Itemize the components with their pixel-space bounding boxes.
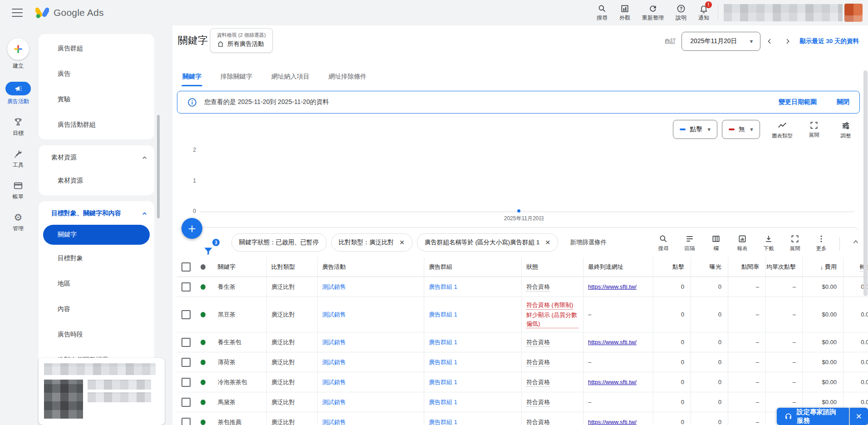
sidenav-item-廣告[interactable]: 廣告: [39, 61, 154, 87]
show-last-30-days-link[interactable]: 顯示最近 30 天的資料: [799, 37, 859, 45]
column-header-比對類型[interactable]: 比對類型: [266, 257, 317, 277]
row-checkbox[interactable]: [181, 378, 191, 387]
tab-排除關鍵字[interactable]: 排除關鍵字: [221, 73, 252, 86]
table-tool-download[interactable]: 下載: [761, 234, 776, 252]
google-ads-logo[interactable]: Google Ads: [35, 6, 104, 19]
table-tool-more[interactable]: 更多: [814, 234, 829, 252]
rail-item-create[interactable]: 建立: [7, 38, 29, 70]
column-header-廣告群組[interactable]: 廣告群組: [424, 257, 521, 277]
final-url-link[interactable]: https://www.sfti.tw/: [588, 339, 637, 346]
table-tool-search[interactable]: 搜尋: [656, 234, 671, 252]
column-header-平均單次點擊[interactable]: 平均單次點擊: [765, 257, 802, 277]
column-header-點閱率[interactable]: 點閱率: [728, 257, 765, 277]
date-next-button[interactable]: [779, 32, 797, 50]
appearance-button[interactable]: 外觀: [619, 4, 630, 22]
chart-type-button[interactable]: 圖表類型: [768, 120, 796, 139]
final-url-link[interactable]: https://www.sfti.tw/: [588, 283, 637, 290]
row-checkbox[interactable]: [181, 418, 191, 425]
sidenav-item-實驗[interactable]: 實驗: [39, 87, 154, 112]
banner-close-link[interactable]: 關閉: [837, 98, 849, 106]
tab-關鍵字[interactable]: 關鍵字: [182, 73, 201, 86]
table-tool-columns[interactable]: 欄: [708, 234, 724, 252]
select-all-checkbox[interactable]: [181, 262, 191, 272]
sidenav-item-關鍵字[interactable]: 關鍵字: [43, 225, 150, 245]
column-header-關鍵字[interactable]: 關鍵字: [213, 257, 266, 277]
date-prev-button[interactable]: [760, 32, 779, 50]
campaign-link[interactable]: 測試銷售: [322, 378, 346, 386]
ad-group-link[interactable]: 廣告群組 1: [429, 338, 457, 346]
metric2-dropdown[interactable]: 無 ▼: [722, 120, 760, 139]
filter-chip-0[interactable]: 關鍵字狀態：已啟用、已暫停: [231, 233, 327, 252]
expert-consultation-button[interactable]: 設定專家諮詢服務: [777, 408, 849, 425]
filter-chip-2[interactable]: 廣告群組名稱等於 (區分大小寫)廣告群組 1✕: [417, 233, 558, 252]
help-button[interactable]: ?說明: [676, 4, 687, 22]
column-header-狀態[interactable]: 狀態: [521, 257, 583, 277]
rail-item-admin[interactable]: ⚙管理: [13, 212, 24, 232]
row-checkbox[interactable]: [181, 398, 191, 407]
add-filter-link[interactable]: 新增篩選條件: [570, 238, 607, 247]
campaign-link[interactable]: 測試銷售: [322, 358, 346, 366]
nav-section-header[interactable]: 目標對象、關鍵字和內容: [39, 203, 154, 224]
refresh-button[interactable]: 重新整理: [642, 4, 664, 22]
tab-網址納入項目[interactable]: 網址納入項目: [271, 73, 309, 86]
rail-item-billing[interactable]: 帳單: [13, 181, 24, 201]
nav-section-header[interactable]: 素材資源: [39, 147, 154, 168]
final-url-link[interactable]: https://www.sfti.tw/: [588, 379, 637, 385]
column-header-點擊[interactable]: 點擊: [653, 257, 691, 277]
ad-group-link[interactable]: 廣告群組 1: [429, 358, 457, 366]
row-checkbox[interactable]: [181, 310, 191, 319]
sidenav-item-廣告時段[interactable]: 廣告時段: [39, 322, 154, 347]
account-info-redacted[interactable]: [724, 4, 843, 21]
ad-group-link[interactable]: 廣告群組 1: [429, 283, 457, 291]
avatar[interactable]: [844, 4, 863, 22]
page-scrollbar[interactable]: [863, 70, 868, 296]
campaign-link[interactable]: 測試銷售: [322, 398, 346, 406]
change-date-range-link[interactable]: 變更日期範圍: [779, 98, 817, 106]
remove-filter-icon[interactable]: ✕: [545, 239, 550, 246]
sidenav-item-內容[interactable]: 內容: [39, 297, 154, 322]
sidenav-item-素材資源[interactable]: 素材資源: [39, 168, 154, 193]
tab-網址排除條件[interactable]: 網址排除條件: [329, 73, 367, 86]
column-header-曝光[interactable]: 曝光: [691, 257, 728, 277]
table-tool-report[interactable]: 報表: [735, 234, 750, 252]
expand-button[interactable]: 展開: [800, 120, 828, 139]
sidenav-item-目標對象[interactable]: 目標對象: [39, 246, 154, 271]
adjust-button[interactable]: 調整: [832, 120, 860, 139]
rail-item-tools[interactable]: 工具: [13, 149, 24, 169]
filter-funnel-icon[interactable]: [202, 245, 214, 257]
ad-group-link[interactable]: 廣告群組 1: [429, 398, 457, 406]
filter-chip-1[interactable]: 比對類型：廣泛比對✕: [331, 233, 412, 252]
rail-item-goals[interactable]: 目標: [13, 117, 24, 137]
column-header-費用[interactable]: ↓費用: [802, 257, 843, 277]
sidenav-item-廣告活動群組[interactable]: 廣告活動群組: [39, 112, 154, 138]
column-header-廣告活動[interactable]: 廣告活動: [317, 257, 424, 277]
sidenav-item-地區[interactable]: 地區: [39, 271, 154, 297]
remove-filter-icon[interactable]: ✕: [399, 239, 405, 246]
promo-close-button[interactable]: ✕: [850, 408, 868, 425]
campaign-link[interactable]: 測試銷售: [322, 338, 346, 346]
add-button[interactable]: ＋: [181, 218, 202, 239]
collapse-table-chevron[interactable]: [852, 238, 860, 246]
column-header-最終到達網址[interactable]: 最終到達網址: [583, 257, 653, 277]
data-view-chip[interactable]: 資料檢視 (2 個篩選器) 所有廣告活動: [210, 28, 273, 53]
date-range-dropdown[interactable]: 2025年11月20日 ▼: [682, 32, 760, 51]
notifications-button[interactable]: !通知: [698, 4, 709, 22]
campaign-link[interactable]: 測試銷售: [322, 311, 346, 319]
chart-data-point[interactable]: [517, 209, 520, 212]
row-checkbox[interactable]: [181, 282, 191, 292]
metric1-dropdown[interactable]: 點擊 ▼: [673, 120, 717, 139]
search-button[interactable]: 搜尋: [597, 4, 608, 22]
row-checkbox[interactable]: [181, 338, 191, 347]
sidenav-scrollbar[interactable]: [157, 115, 160, 218]
table-tool-expand[interactable]: 展開: [787, 234, 803, 252]
rail-item-campaigns[interactable]: 廣告活動: [5, 82, 31, 105]
menu-icon[interactable]: [12, 9, 23, 17]
ad-group-link[interactable]: 廣告群組 1: [429, 418, 457, 425]
sidenav-item-廣告群組[interactable]: 廣告群組: [39, 36, 154, 61]
ad-group-link[interactable]: 廣告群組 1: [429, 378, 457, 386]
row-checkbox[interactable]: [181, 358, 191, 367]
final-url-link[interactable]: https://www.sfti.tw/: [588, 419, 637, 425]
campaign-link[interactable]: 測試銷售: [322, 418, 346, 425]
campaign-link[interactable]: 測試銷售: [322, 283, 346, 291]
ad-group-link[interactable]: 廣告群組 1: [429, 311, 457, 319]
